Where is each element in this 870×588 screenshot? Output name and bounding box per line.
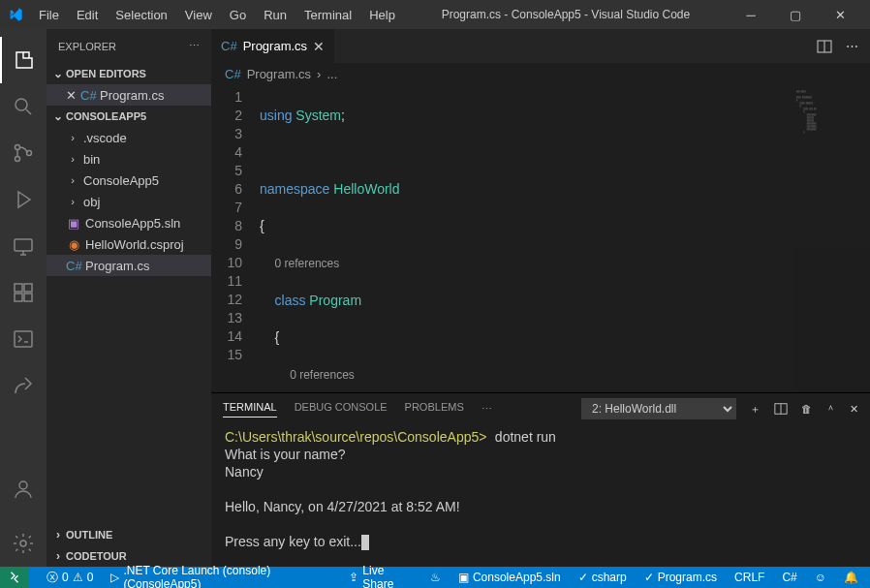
svg-point-0	[16, 99, 27, 110]
file-item[interactable]: ◉HelloWorld.csproj	[47, 233, 211, 255]
svg-rect-4	[15, 239, 32, 251]
split-editor-icon[interactable]	[817, 39, 832, 54]
editor-tabs: C# Program.cs ✕ ⋯	[211, 29, 870, 63]
terminal-panel-icon[interactable]	[0, 316, 47, 362]
settings-gear-icon[interactable]	[0, 520, 47, 567]
split-terminal-icon[interactable]	[774, 402, 788, 416]
status-problems[interactable]: ⓧ 0 ⚠ 0	[43, 570, 97, 586]
panel-close-icon[interactable]: ✕	[850, 403, 858, 416]
project-header[interactable]: ⌄CONSOLEAPP5	[47, 106, 211, 127]
liveshare-icon[interactable]	[0, 362, 47, 409]
open-editors-header[interactable]: ⌄OPEN EDITORS	[47, 63, 211, 84]
folder-item[interactable]: ›bin	[47, 148, 211, 170]
menu-file[interactable]: File	[31, 4, 67, 26]
menu-selection[interactable]: Selection	[108, 4, 174, 26]
sidebar-title: EXPLORER	[58, 41, 116, 52]
minimap[interactable]: ███ ████ ████ ████████ █ ████ ██████ █ █…	[792, 84, 870, 392]
panel-tab-debug[interactable]: DEBUG CONSOLE	[295, 401, 388, 417]
menu-edit[interactable]: Edit	[69, 4, 106, 26]
sidebar: EXPLORER ⋯ ⌄OPEN EDITORS ✕ C# Program.cs…	[47, 29, 211, 567]
panel: TERMINAL DEBUG CONSOLE PROBLEMS ⋯ 2: Hel…	[211, 392, 870, 567]
menu-run[interactable]: Run	[256, 4, 295, 26]
remote-explorer-icon[interactable]	[0, 223, 47, 269]
svg-rect-5	[15, 284, 22, 292]
terminal-output[interactable]: C:\Users\thrak\source\repos\ConsoleApp5>…	[211, 424, 870, 567]
tab-close-icon[interactable]: ✕	[313, 39, 325, 54]
status-bell-icon[interactable]: 🔔	[840, 571, 862, 584]
svg-point-11	[20, 541, 26, 546]
status-flame[interactable]: ♨	[426, 571, 445, 584]
svg-rect-9	[15, 331, 32, 347]
close-button[interactable]: ✕	[818, 0, 862, 29]
title-bar: File Edit Selection View Go Run Terminal…	[0, 0, 870, 29]
extensions-icon[interactable]	[0, 269, 47, 316]
status-liveshare[interactable]: ⇪ Live Share	[345, 564, 417, 588]
svg-point-1	[16, 145, 20, 150]
minimize-button[interactable]: ─	[729, 0, 773, 29]
accounts-icon[interactable]	[0, 466, 47, 512]
svg-rect-6	[15, 294, 22, 301]
menu-view[interactable]: View	[177, 4, 220, 26]
maximize-button[interactable]: ▢	[773, 0, 818, 29]
search-icon[interactable]	[0, 83, 47, 130]
status-solution[interactable]: ▣ ConsoleApp5.sln	[454, 571, 565, 584]
status-feedback-icon[interactable]: ☺	[811, 571, 830, 584]
folder-item[interactable]: ›obj	[47, 191, 211, 212]
menu-bar: File Edit Selection View Go Run Terminal…	[31, 4, 403, 26]
editor-group: C# Program.cs ✕ ⋯ C# Program.cs › ... 12…	[211, 29, 870, 567]
status-eol[interactable]: CRLF	[730, 571, 768, 584]
editor-more-icon[interactable]: ⋯	[846, 39, 858, 53]
window-title: Program.cs - ConsoleApp5 - Visual Studio…	[403, 8, 729, 21]
scm-icon[interactable]	[0, 130, 47, 176]
svg-point-2	[16, 157, 20, 162]
panel-more-icon[interactable]: ⋯	[482, 403, 492, 416]
panel-maximize-icon[interactable]: ＾	[825, 402, 836, 417]
svg-rect-7	[24, 294, 32, 301]
file-tree: ›.vscode ›bin ›ConsoleApp5 ›obj ▣Console…	[47, 127, 211, 276]
folder-item[interactable]: ›ConsoleApp5	[47, 170, 211, 191]
kill-terminal-icon[interactable]: 🗑	[801, 403, 812, 415]
editor-tab[interactable]: C# Program.cs ✕	[211, 29, 335, 63]
open-editor-item[interactable]: ✕ C# Program.cs	[47, 84, 211, 106]
status-file[interactable]: ✓ Program.cs	[640, 571, 721, 584]
folder-item[interactable]: ›.vscode	[47, 127, 211, 148]
activity-bar	[0, 29, 47, 567]
line-gutter: 123456789101112131415	[211, 84, 260, 392]
breadcrumb[interactable]: C# Program.cs › ...	[211, 63, 870, 84]
menu-terminal[interactable]: Terminal	[296, 4, 359, 26]
remote-indicator[interactable]	[0, 567, 29, 588]
sidebar-more-icon[interactable]: ⋯	[189, 40, 200, 52]
file-item[interactable]: C#Program.cs	[47, 255, 211, 276]
svg-rect-8	[24, 284, 32, 292]
status-csharp[interactable]: ✓ csharp	[575, 571, 631, 584]
terminal-selector[interactable]: 2: HelloWorld.dll	[581, 398, 736, 419]
svg-point-10	[19, 481, 27, 489]
file-item[interactable]: ▣ConsoleApp5.sln	[47, 212, 211, 233]
code-editor[interactable]: using System; namespace HelloWorld { 0 r…	[260, 84, 792, 392]
status-bar: ⓧ 0 ⚠ 0 ▷ .NET Core Launch (console) (Co…	[0, 567, 870, 588]
outline-header[interactable]: ›OUTLINE	[47, 524, 211, 545]
status-lang[interactable]: C#	[778, 571, 800, 584]
debug-icon[interactable]	[0, 176, 47, 223]
panel-tab-terminal[interactable]: TERMINAL	[223, 401, 277, 418]
vscode-logo-icon	[8, 7, 23, 22]
menu-go[interactable]: Go	[222, 4, 254, 26]
status-debug-target[interactable]: ▷ .NET Core Launch (console) (ConsoleApp…	[107, 564, 335, 588]
panel-tab-problems[interactable]: PROBLEMS	[405, 401, 464, 417]
new-terminal-icon[interactable]: ＋	[750, 402, 761, 417]
close-editor-icon[interactable]: ✕	[66, 88, 77, 103]
menu-help[interactable]: Help	[361, 4, 403, 26]
explorer-icon[interactable]	[0, 37, 47, 83]
